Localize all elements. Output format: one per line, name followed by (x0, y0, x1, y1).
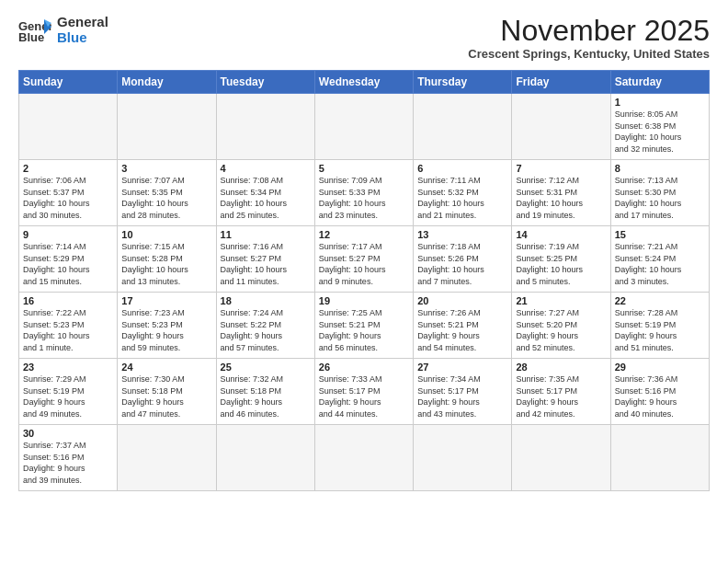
day-number: 13 (417, 229, 507, 240)
logo: General Blue General Blue (18, 15, 108, 45)
calendar-cell (512, 94, 610, 160)
calendar-cell: 25Sunrise: 7:32 AM Sunset: 5:18 PM Dayli… (216, 359, 314, 425)
day-number: 14 (516, 229, 606, 240)
calendar-cell: 20Sunrise: 7:26 AM Sunset: 5:21 PM Dayli… (414, 293, 512, 359)
day-info: Sunrise: 7:26 AM Sunset: 5:21 PM Dayligh… (417, 307, 507, 353)
day-info: Sunrise: 7:36 AM Sunset: 5:16 PM Dayligh… (615, 373, 705, 419)
day-number: 6 (417, 163, 507, 174)
day-number: 16 (23, 295, 113, 306)
header-sunday: Sunday (19, 71, 118, 94)
day-number: 1 (615, 97, 705, 108)
day-number: 12 (319, 229, 409, 240)
calendar: SundayMondayTuesdayWednesdayThursdayFrid… (18, 70, 710, 491)
day-info: Sunrise: 7:15 AM Sunset: 5:28 PM Dayligh… (121, 241, 211, 287)
calendar-cell: 27Sunrise: 7:34 AM Sunset: 5:17 PM Dayli… (414, 359, 512, 425)
month-title: November 2025 (468, 15, 710, 47)
calendar-cell (216, 425, 314, 491)
page: General Blue General Blue November 2025 … (0, 0, 728, 500)
calendar-cell: 13Sunrise: 7:18 AM Sunset: 5:26 PM Dayli… (414, 226, 512, 293)
calendar-cell: 15Sunrise: 7:21 AM Sunset: 5:24 PM Dayli… (610, 226, 709, 293)
day-info: Sunrise: 8:05 AM Sunset: 6:38 PM Dayligh… (615, 109, 705, 155)
header: General Blue General Blue November 2025 … (18, 15, 710, 61)
calendar-cell: 9Sunrise: 7:14 AM Sunset: 5:29 PM Daylig… (19, 226, 118, 293)
day-info: Sunrise: 7:32 AM Sunset: 5:18 PM Dayligh… (221, 373, 311, 419)
header-wednesday: Wednesday (314, 71, 413, 94)
calendar-cell: 11Sunrise: 7:16 AM Sunset: 5:27 PM Dayli… (216, 226, 314, 293)
day-info: Sunrise: 7:27 AM Sunset: 5:20 PM Dayligh… (516, 307, 606, 353)
day-number: 7 (516, 163, 606, 174)
header-tuesday: Tuesday (216, 71, 314, 94)
calendar-cell: 21Sunrise: 7:27 AM Sunset: 5:20 PM Dayli… (512, 293, 610, 359)
day-number: 27 (417, 362, 507, 373)
calendar-cell (118, 94, 216, 160)
calendar-cell: 14Sunrise: 7:19 AM Sunset: 5:25 PM Dayli… (512, 226, 610, 293)
calendar-week-3: 16Sunrise: 7:22 AM Sunset: 5:23 PM Dayli… (19, 293, 710, 359)
calendar-week-2: 9Sunrise: 7:14 AM Sunset: 5:29 PM Daylig… (19, 226, 710, 293)
day-number: 19 (319, 295, 409, 306)
day-number: 5 (319, 163, 409, 174)
calendar-week-1: 2Sunrise: 7:06 AM Sunset: 5:37 PM Daylig… (19, 160, 710, 226)
calendar-header-row: SundayMondayTuesdayWednesdayThursdayFrid… (19, 71, 710, 94)
svg-text:Blue: Blue (18, 30, 44, 43)
calendar-cell (512, 425, 610, 491)
calendar-cell: 4Sunrise: 7:08 AM Sunset: 5:34 PM Daylig… (216, 160, 314, 226)
calendar-cell: 7Sunrise: 7:12 AM Sunset: 5:31 PM Daylig… (512, 160, 610, 226)
day-number: 11 (221, 229, 311, 240)
calendar-cell (610, 425, 709, 491)
day-number: 15 (615, 229, 705, 240)
logo-blue: Blue (57, 30, 108, 46)
day-info: Sunrise: 7:22 AM Sunset: 5:23 PM Dayligh… (23, 307, 113, 353)
calendar-cell: 3Sunrise: 7:07 AM Sunset: 5:35 PM Daylig… (118, 160, 216, 226)
day-info: Sunrise: 7:17 AM Sunset: 5:27 PM Dayligh… (319, 241, 409, 287)
calendar-cell (19, 94, 118, 160)
calendar-cell: 10Sunrise: 7:15 AM Sunset: 5:28 PM Dayli… (118, 226, 216, 293)
header-monday: Monday (118, 71, 216, 94)
day-info: Sunrise: 7:11 AM Sunset: 5:32 PM Dayligh… (417, 175, 507, 221)
day-number: 9 (23, 229, 113, 240)
calendar-cell (314, 425, 413, 491)
day-info: Sunrise: 7:33 AM Sunset: 5:17 PM Dayligh… (319, 373, 409, 419)
calendar-cell: 8Sunrise: 7:13 AM Sunset: 5:30 PM Daylig… (610, 160, 709, 226)
day-info: Sunrise: 7:24 AM Sunset: 5:22 PM Dayligh… (221, 307, 311, 353)
day-info: Sunrise: 7:30 AM Sunset: 5:18 PM Dayligh… (121, 373, 211, 419)
day-number: 28 (516, 362, 606, 373)
header-thursday: Thursday (414, 71, 512, 94)
calendar-cell: 5Sunrise: 7:09 AM Sunset: 5:33 PM Daylig… (314, 160, 413, 226)
calendar-cell (414, 425, 512, 491)
day-number: 30 (23, 428, 113, 439)
day-info: Sunrise: 7:13 AM Sunset: 5:30 PM Dayligh… (615, 175, 705, 221)
calendar-cell: 30Sunrise: 7:37 AM Sunset: 5:16 PM Dayli… (19, 425, 118, 491)
day-number: 18 (221, 295, 311, 306)
day-info: Sunrise: 7:06 AM Sunset: 5:37 PM Dayligh… (23, 175, 113, 221)
day-info: Sunrise: 7:18 AM Sunset: 5:26 PM Dayligh… (417, 241, 507, 287)
calendar-cell (414, 94, 512, 160)
day-number: 24 (121, 362, 211, 373)
day-number: 22 (615, 295, 705, 306)
calendar-cell: 2Sunrise: 7:06 AM Sunset: 5:37 PM Daylig… (19, 160, 118, 226)
day-info: Sunrise: 7:35 AM Sunset: 5:17 PM Dayligh… (516, 373, 606, 419)
title-area: November 2025 Crescent Springs, Kentucky… (468, 15, 710, 61)
day-number: 10 (121, 229, 211, 240)
day-number: 25 (221, 362, 311, 373)
day-number: 23 (23, 362, 113, 373)
day-number: 4 (221, 163, 311, 174)
day-number: 8 (615, 163, 705, 174)
day-number: 21 (516, 295, 606, 306)
calendar-cell: 17Sunrise: 7:23 AM Sunset: 5:23 PM Dayli… (118, 293, 216, 359)
day-info: Sunrise: 7:08 AM Sunset: 5:34 PM Dayligh… (221, 175, 311, 221)
calendar-week-0: 1Sunrise: 8:05 AM Sunset: 6:38 PM Daylig… (19, 94, 710, 160)
calendar-cell (118, 425, 216, 491)
calendar-week-4: 23Sunrise: 7:29 AM Sunset: 5:19 PM Dayli… (19, 359, 710, 425)
day-number: 20 (417, 295, 507, 306)
generalblue-logo-icon: General Blue (18, 17, 51, 43)
day-info: Sunrise: 7:25 AM Sunset: 5:21 PM Dayligh… (319, 307, 409, 353)
day-info: Sunrise: 7:34 AM Sunset: 5:17 PM Dayligh… (417, 373, 507, 419)
calendar-cell: 29Sunrise: 7:36 AM Sunset: 5:16 PM Dayli… (610, 359, 709, 425)
logo-general: General (57, 15, 108, 30)
calendar-cell: 12Sunrise: 7:17 AM Sunset: 5:27 PM Dayli… (314, 226, 413, 293)
day-info: Sunrise: 7:19 AM Sunset: 5:25 PM Dayligh… (516, 241, 606, 287)
calendar-cell: 16Sunrise: 7:22 AM Sunset: 5:23 PM Dayli… (19, 293, 118, 359)
day-info: Sunrise: 7:21 AM Sunset: 5:24 PM Dayligh… (615, 241, 705, 287)
calendar-cell: 22Sunrise: 7:28 AM Sunset: 5:19 PM Dayli… (610, 293, 709, 359)
day-number: 2 (23, 163, 113, 174)
